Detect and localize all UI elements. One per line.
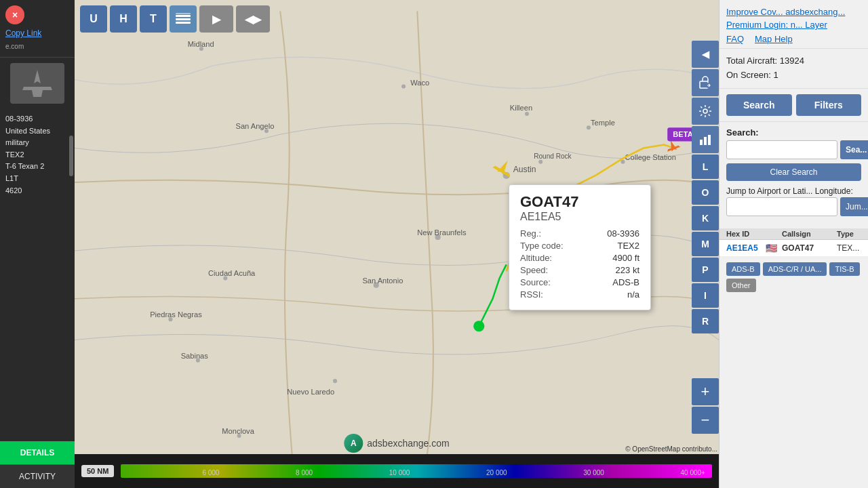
adsb-source-button[interactable]: ADS-B bbox=[726, 262, 760, 276]
total-aircraft-val: 13924 bbox=[780, 56, 804, 66]
map-area[interactable]: Austin Waco San Angelo Midland Killeen T… bbox=[75, 0, 719, 488]
layers-button[interactable] bbox=[170, 5, 197, 33]
activity-button[interactable]: ACTIVITY bbox=[0, 464, 75, 488]
search-label: Search: bbox=[726, 127, 861, 138]
clear-search-button[interactable]: Clear Search bbox=[726, 163, 861, 181]
popup-callsign: GOAT47 bbox=[520, 193, 639, 211]
svg-rect-41 bbox=[176, 15, 191, 17]
typename-value: T-6 Texan 2 bbox=[5, 161, 69, 173]
settings-button[interactable] bbox=[692, 98, 719, 125]
popup-type-val: TEX2 bbox=[617, 241, 639, 251]
td-flag: 🇺🇸 bbox=[766, 243, 782, 253]
bar-labels: 6 000 8 000 10 000 20 000 30 000 40 000+ bbox=[202, 469, 705, 476]
total-aircraft: Total Aircraft: 13924 bbox=[726, 54, 861, 68]
td-callsign: GOAT47 bbox=[782, 243, 837, 253]
svg-marker-1 bbox=[22, 87, 52, 90]
improve-coverage-link[interactable]: Improve Cov... adsbexchang... bbox=[726, 7, 861, 17]
adsc-source-button[interactable]: ADS-C/R / UA... bbox=[763, 262, 827, 276]
popup-alt-val: 4900 ft bbox=[612, 253, 639, 263]
svg-text:Piedras Negras: Piedras Negras bbox=[150, 310, 202, 319]
search-button[interactable]: Search bbox=[726, 94, 792, 116]
bar-label-3: 10 000 bbox=[389, 469, 410, 476]
scroll-indicator bbox=[69, 136, 73, 176]
zoom-out-button[interactable]: − bbox=[692, 407, 719, 434]
filters-button[interactable]: Filters bbox=[796, 94, 862, 116]
on-screen: On Screen: 1 bbox=[726, 68, 861, 83]
t-button[interactable]: T bbox=[140, 5, 167, 33]
svg-rect-43 bbox=[176, 22, 191, 24]
m-button[interactable]: M bbox=[692, 232, 719, 256]
premium-login-link[interactable]: Premium Login: n... Layer bbox=[726, 20, 861, 30]
popup-reg-label: Reg.: bbox=[520, 228, 541, 239]
bar-label-4: 20 000 bbox=[486, 469, 507, 476]
i-button[interactable]: I bbox=[692, 283, 719, 308]
search-go-button[interactable]: Sea... bbox=[840, 140, 868, 159]
aircraft-popup: GOAT47 AE1EA5 Reg.: 08-3936 Type code: T… bbox=[509, 184, 651, 310]
h-button[interactable]: H bbox=[110, 5, 137, 33]
adsbx-logo: A adsbexchange.com bbox=[344, 434, 449, 453]
search-row: Sea... bbox=[726, 140, 861, 159]
svg-point-6 bbox=[401, 85, 406, 89]
popup-alt-label: Altitude: bbox=[520, 253, 552, 263]
maphelp-link[interactable]: Map Help bbox=[755, 34, 793, 44]
popup-speed-row: Speed: 223 kt bbox=[520, 265, 639, 275]
p-button[interactable]: P bbox=[692, 258, 719, 282]
svg-text:Waco: Waco bbox=[410, 79, 429, 87]
svg-marker-2 bbox=[32, 90, 43, 97]
jump-button[interactable]: Jum... bbox=[840, 197, 868, 216]
settings-icon bbox=[698, 104, 712, 118]
adsbx-logo-text: adsbexchange.com bbox=[367, 438, 449, 449]
o-button[interactable]: O bbox=[692, 180, 719, 205]
nav-lr-button[interactable]: ◀▶ bbox=[236, 5, 270, 33]
stats-section: Total Aircraft: 13924 On Screen: 1 bbox=[719, 49, 868, 89]
bar-label-1: 6 000 bbox=[202, 469, 219, 476]
svg-text:Nuevo Laredo: Nuevo Laredo bbox=[287, 388, 334, 396]
jump-row: Jum... bbox=[726, 197, 861, 216]
svg-text:Midland: Midland bbox=[188, 40, 214, 48]
table-row[interactable]: AE1EA5 🇺🇸 GOAT47 TEX... bbox=[719, 240, 868, 257]
popup-type-label: Type code: bbox=[520, 241, 564, 251]
layers-icon bbox=[176, 12, 191, 26]
right-panel: Improve Cov... adsbexchang... Premium Lo… bbox=[719, 0, 868, 488]
popup-type-row: Type code: TEX2 bbox=[520, 241, 639, 251]
u-button[interactable]: U bbox=[80, 5, 107, 33]
close-button[interactable]: × bbox=[5, 5, 24, 24]
svg-text:Round Rock: Round Rock bbox=[534, 152, 572, 160]
on-screen-val: 1 bbox=[773, 70, 778, 80]
login-button[interactable] bbox=[692, 69, 719, 96]
popup-reg-row: Reg.: 08-3936 bbox=[520, 228, 639, 239]
svg-text:Temple: Temple bbox=[591, 119, 615, 127]
jump-input[interactable] bbox=[726, 197, 837, 216]
svg-text:Ciudad Acuña: Ciudad Acuña bbox=[208, 270, 256, 278]
zoom-in-button[interactable]: + bbox=[692, 378, 719, 405]
th-callsign: Callsign bbox=[782, 230, 837, 238]
svg-point-12 bbox=[525, 112, 529, 116]
back-button[interactable]: ◀ bbox=[692, 41, 719, 68]
popup-rssi-label: RSSI: bbox=[520, 289, 543, 300]
copy-link[interactable]: Copy Link bbox=[5, 28, 69, 38]
svg-text:San Antonio: San Antonio bbox=[362, 277, 403, 285]
svg-text:Killeen: Killeen bbox=[510, 104, 532, 112]
scale-label: 50 NM bbox=[81, 465, 114, 477]
category-value: military bbox=[5, 137, 69, 149]
details-button[interactable]: DETAILS bbox=[0, 441, 75, 464]
k-button[interactable]: K bbox=[692, 206, 719, 230]
login-icon bbox=[698, 76, 712, 89]
nav-right-button[interactable]: ▶ bbox=[199, 5, 233, 33]
svg-text:San Angelo: San Angelo bbox=[236, 122, 275, 130]
svg-point-38 bbox=[473, 321, 484, 331]
l-button[interactable]: L bbox=[692, 155, 719, 179]
popup-rssi-val: n/a bbox=[627, 289, 639, 300]
popup-source-label: Source: bbox=[520, 277, 551, 287]
aircraft-details: 08-3936 United States military TEX2 T-6 … bbox=[0, 109, 75, 201]
search-input[interactable] bbox=[726, 140, 837, 159]
search-section: Search: Sea... Clear Search Jump to Airp… bbox=[719, 122, 868, 228]
tisb-source-button[interactable]: TIS-B bbox=[829, 262, 859, 276]
stats-button[interactable] bbox=[692, 126, 719, 153]
total-aircraft-label: Total Aircraft: bbox=[726, 56, 777, 66]
r-button[interactable]: R bbox=[692, 309, 719, 333]
faq-link[interactable]: FAQ bbox=[726, 34, 744, 44]
other-source-button[interactable]: Other bbox=[726, 279, 756, 292]
altitude-value: 4620 bbox=[5, 185, 69, 197]
svg-rect-49 bbox=[704, 137, 707, 145]
